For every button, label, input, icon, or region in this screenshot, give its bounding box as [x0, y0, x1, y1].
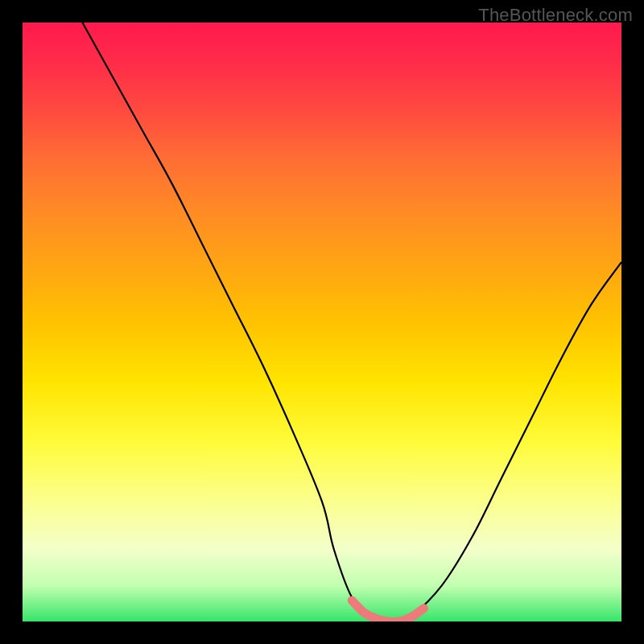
- optimal-zone-line: [352, 601, 423, 621]
- bottleneck-curve-line: [82, 23, 621, 621]
- chart-plot-area: [23, 23, 621, 621]
- chart-curves-svg: [23, 23, 621, 621]
- watermark-text: TheBottleneck.com: [478, 5, 633, 26]
